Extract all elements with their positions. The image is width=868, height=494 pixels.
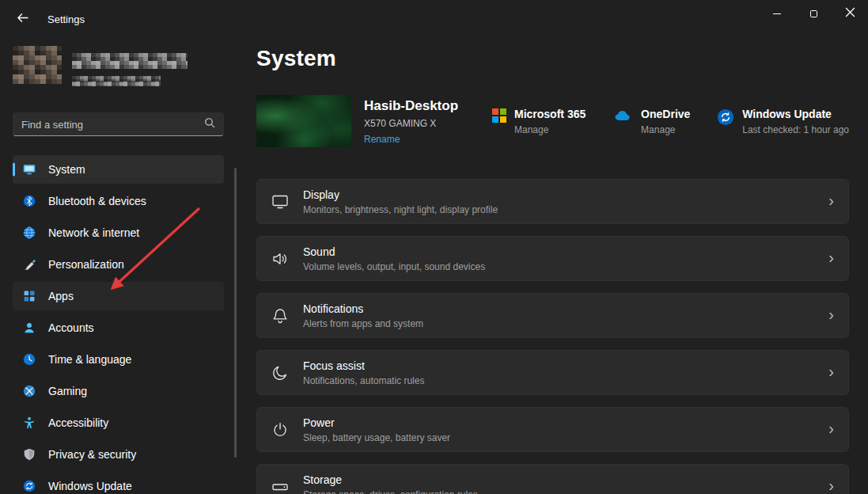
microsoft-365-card[interactable]: Microsoft 365 Manage bbox=[492, 108, 586, 135]
accessibility-person-icon bbox=[22, 416, 36, 430]
sidebar-item-gaming[interactable]: Gaming bbox=[13, 377, 224, 405]
minimize-icon bbox=[773, 13, 781, 14]
card-title: Storage bbox=[303, 473, 815, 486]
maximize-button[interactable] bbox=[795, 0, 832, 27]
card-subtitle: Alerts from apps and system bbox=[303, 318, 815, 329]
settings-card-focus-assist[interactable]: Focus assist Notifications, automatic ru… bbox=[256, 350, 849, 395]
update-arrows-icon bbox=[22, 479, 36, 493]
settings-card-power[interactable]: Power Sleep, battery usage, battery save… bbox=[256, 407, 849, 452]
card-title: Display bbox=[303, 188, 815, 201]
display-icon bbox=[271, 192, 290, 211]
sidebar-item-windows-update[interactable]: Windows Update bbox=[13, 472, 224, 494]
close-button[interactable] bbox=[832, 0, 868, 27]
card-subtitle: Storage space, drives, configuration rul… bbox=[303, 489, 815, 494]
sidebar-item-label: Privacy & security bbox=[48, 448, 136, 461]
sidebar-item-label: Bluetooth & devices bbox=[48, 195, 146, 207]
onedrive-cloud-icon bbox=[612, 108, 633, 126]
selected-indicator bbox=[13, 163, 15, 177]
sidebar-item-privacy-security[interactable]: Privacy & security bbox=[13, 440, 224, 469]
back-button[interactable] bbox=[8, 6, 36, 32]
quick-card-title: Microsoft 365 bbox=[514, 108, 586, 120]
sidebar-item-time-language[interactable]: Time & language bbox=[13, 345, 224, 374]
settings-card-sound[interactable]: Sound Volume levels, output, input, soun… bbox=[256, 236, 849, 281]
chevron-right-icon: › bbox=[828, 192, 834, 211]
close-icon bbox=[845, 6, 855, 21]
sidebar-item-network-internet[interactable]: Network & internet bbox=[13, 218, 224, 247]
bluetooth-icon bbox=[22, 194, 36, 208]
settings-card-storage[interactable]: Storage Storage space, drives, configura… bbox=[256, 464, 849, 494]
sidebar: System Bluetooth & devices Network & int… bbox=[0, 38, 237, 494]
onedrive-card[interactable]: OneDrive Manage bbox=[612, 108, 690, 135]
sidebar-item-label: Gaming bbox=[48, 385, 87, 397]
speaker-icon bbox=[271, 249, 290, 268]
sidebar-item-label: System bbox=[48, 163, 85, 176]
globe-icon bbox=[22, 226, 36, 240]
windows-update-icon bbox=[717, 108, 734, 129]
settings-card-display[interactable]: Display Monitors, brightness, night ligh… bbox=[256, 179, 849, 224]
storage-drive-icon bbox=[271, 477, 290, 494]
quick-card-title: OneDrive bbox=[641, 108, 690, 120]
user-profile[interactable] bbox=[13, 46, 188, 86]
system-icon bbox=[22, 162, 36, 177]
avatar bbox=[13, 46, 62, 84]
sidebar-nav: System Bluetooth & devices Network & int… bbox=[13, 155, 224, 494]
card-title: Power bbox=[303, 416, 815, 429]
card-title: Sound bbox=[303, 245, 815, 258]
sidebar-item-label: Accessibility bbox=[48, 416, 108, 429]
maximize-icon bbox=[810, 10, 817, 17]
search-icon bbox=[204, 117, 215, 131]
xbox-icon bbox=[22, 384, 36, 398]
sidebar-item-personalization[interactable]: Personalization bbox=[13, 250, 224, 279]
microsoft-logo-icon bbox=[492, 108, 506, 123]
paintbrush-icon bbox=[22, 257, 36, 272]
windows-update-card[interactable]: Windows Update Last checked: 1 hour ago bbox=[717, 108, 849, 135]
person-icon bbox=[22, 321, 36, 335]
card-subtitle: Notifications, automatic rules bbox=[303, 375, 815, 386]
privacy-hand-icon bbox=[22, 447, 36, 462]
settings-list: Display Monitors, brightness, night ligh… bbox=[256, 179, 849, 494]
settings-card-notifications[interactable]: Notifications Alerts from apps and syste… bbox=[256, 293, 849, 338]
sidebar-item-apps[interactable]: Apps bbox=[13, 282, 224, 310]
device-name: Hasib-Desktop bbox=[364, 98, 468, 114]
scrollbar[interactable] bbox=[234, 168, 237, 458]
settings-search-box[interactable] bbox=[13, 112, 224, 136]
card-subtitle: Sleep, battery usage, battery saver bbox=[303, 432, 815, 443]
moon-icon bbox=[271, 363, 290, 382]
chevron-right-icon: › bbox=[828, 363, 834, 382]
chevron-right-icon: › bbox=[828, 420, 834, 439]
rename-link[interactable]: Rename bbox=[364, 134, 468, 145]
page-title: System bbox=[256, 46, 849, 71]
device-model: X570 GAMING X bbox=[364, 118, 468, 129]
back-arrow-icon bbox=[17, 12, 28, 27]
card-title: Notifications bbox=[303, 302, 815, 315]
titlebar: Settings bbox=[0, 0, 868, 38]
sidebar-item-system[interactable]: System bbox=[13, 155, 224, 184]
sidebar-item-label: Time & language bbox=[48, 353, 131, 366]
chevron-right-icon: › bbox=[828, 306, 834, 325]
sidebar-item-bluetooth-devices[interactable]: Bluetooth & devices bbox=[13, 187, 224, 215]
card-subtitle: Volume levels, output, input, sound devi… bbox=[303, 261, 815, 272]
sidebar-item-label: Accounts bbox=[48, 321, 94, 334]
window-title: Settings bbox=[47, 13, 85, 25]
search-input[interactable] bbox=[21, 119, 204, 131]
main-content: System Hasib-Desktop X570 GAMING X Renam… bbox=[237, 38, 868, 494]
quick-card-title: Windows Update bbox=[742, 108, 849, 120]
sidebar-item-accessibility[interactable]: Accessibility bbox=[13, 408, 224, 437]
bell-icon bbox=[271, 306, 290, 325]
manage-link[interactable]: Manage bbox=[514, 124, 586, 135]
card-subtitle: Monitors, brightness, night light, displ… bbox=[303, 204, 815, 215]
sidebar-item-accounts[interactable]: Accounts bbox=[13, 314, 224, 342]
card-title: Focus assist bbox=[303, 359, 815, 372]
manage-link[interactable]: Manage bbox=[641, 124, 690, 135]
apps-grid-icon bbox=[22, 289, 36, 303]
sidebar-item-label: Apps bbox=[48, 290, 74, 302]
sidebar-item-label: Network & internet bbox=[48, 226, 139, 239]
minimize-button[interactable] bbox=[759, 0, 795, 27]
chevron-right-icon: › bbox=[828, 249, 834, 268]
power-icon bbox=[271, 420, 290, 439]
user-name-redacted bbox=[72, 46, 188, 86]
device-wallpaper-thumbnail bbox=[256, 95, 351, 147]
sidebar-item-label: Personalization bbox=[48, 258, 124, 271]
user-email-pixelated bbox=[72, 76, 161, 86]
last-checked-status: Last checked: 1 hour ago bbox=[742, 124, 849, 135]
